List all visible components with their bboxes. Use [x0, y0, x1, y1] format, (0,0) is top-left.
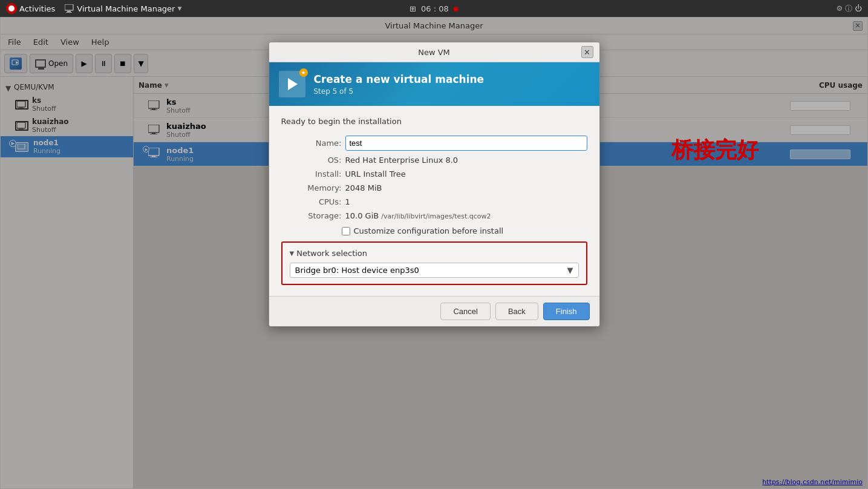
modal-header-step: Step 5 of 5: [314, 87, 485, 96]
cpus-label: CPUs:: [281, 197, 342, 206]
memory-label: Memory:: [281, 183, 342, 192]
top-bar-right: ⚙ ⓘ ⏻: [837, 4, 862, 14]
os-value: Red Hat Enterprise Linux 8.0: [345, 156, 587, 165]
svg-rect-0: [65, 4, 73, 10]
network-dropdown-value: Bridge br0: Host device enp3s0: [295, 266, 419, 275]
modal-header-icon: ★: [279, 71, 305, 97]
os-label: OS:: [281, 156, 342, 165]
redhat-icon: [6, 3, 17, 14]
star-badge: ★: [299, 68, 308, 77]
modal-close-button[interactable]: ✕: [581, 46, 593, 58]
svg-rect-1: [67, 11, 71, 12]
app-name-label: Virtual Machine Manager: [77, 4, 175, 13]
storage-path: /var/lib/libvirt/images/test.qcow2: [381, 212, 491, 220]
customize-checkbox[interactable]: [342, 227, 350, 235]
network-header: ▼ Network selection: [290, 249, 579, 258]
activities-label: Activities: [19, 4, 55, 13]
modal-titlebar: New VM ✕: [269, 42, 599, 62]
app-menu[interactable]: Virtual Machine Manager ▼: [65, 4, 181, 13]
modal-header-text: Create a new virtual machine Step 5 of 5: [314, 73, 485, 96]
network-section: ▼ Network selection Bridge br0: Host dev…: [281, 241, 587, 285]
customize-row: Customize configuration before install: [281, 226, 587, 235]
vm-manager-icon: [65, 4, 74, 13]
memory-value: 2048 MiB: [345, 183, 587, 192]
name-input[interactable]: [345, 136, 587, 151]
clock-display: ⊞ 06 : 08: [410, 4, 458, 13]
cancel-button[interactable]: Cancel: [440, 303, 490, 320]
modal-footer: Cancel Back Finish: [269, 296, 599, 326]
finish-button[interactable]: Finish: [543, 303, 590, 320]
storage-label: Storage:: [281, 211, 342, 220]
play-icon: [288, 78, 298, 90]
main-window: Virtual Machine Manager ✕ File Edit View…: [0, 17, 868, 489]
install-value: URL Install Tree: [345, 169, 587, 179]
back-button[interactable]: Back: [495, 303, 538, 320]
cpus-value: 1: [345, 197, 587, 206]
network-section-title: Network selection: [296, 249, 367, 258]
modal-body: Ready to begin the installation Name: OS…: [269, 106, 599, 296]
network-dropdown-arrow-icon: ▼: [567, 266, 573, 275]
network-arrow-icon: ▼: [290, 250, 295, 257]
modal-title: New VM: [418, 48, 450, 57]
top-bar: Activities Virtual Machine Manager ▼ ⊞ 0…: [0, 0, 868, 17]
modal-header-title: Create a new virtual machine: [314, 73, 485, 85]
activities-button[interactable]: Activities: [6, 3, 55, 14]
modal-ready-text: Ready to begin the installation: [281, 117, 587, 126]
network-dropdown[interactable]: Bridge br0: Host device enp3s0 ▼: [290, 263, 579, 278]
top-bar-clock: ⊞ 06 : 08: [410, 4, 458, 13]
modal-overlay: New VM ✕ ★ Create a new virtual machine …: [1, 18, 867, 488]
form-grid: Name: OS: Red Hat Enterprise Linux 8.0 I…: [281, 136, 587, 220]
clock-dot: [454, 7, 458, 11]
system-icons: ⚙ ⓘ ⏻: [837, 4, 862, 14]
name-label: Name:: [281, 139, 342, 148]
new-vm-modal: New VM ✕ ★ Create a new virtual machine …: [269, 42, 600, 327]
modal-header-strip: ★ Create a new virtual machine Step 5 of…: [269, 62, 599, 106]
svg-rect-2: [66, 12, 72, 13]
storage-value: 10.0 GiB /var/lib/libvirt/images/test.qc…: [345, 211, 587, 220]
install-label: Install:: [281, 169, 342, 179]
customize-label: Customize configuration before install: [354, 226, 504, 235]
app-menu-arrow[interactable]: ▼: [177, 5, 181, 11]
